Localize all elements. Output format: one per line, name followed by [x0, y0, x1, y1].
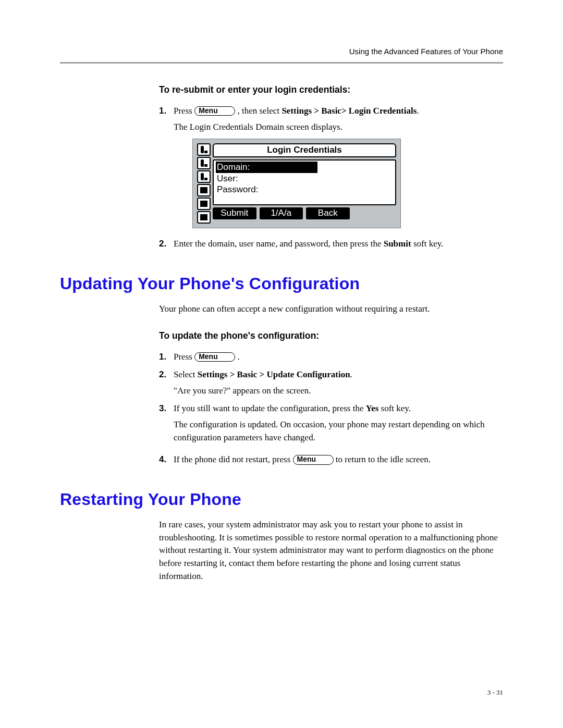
step-bold: Yes [366, 403, 379, 413]
page-number: 3 - 31 [487, 688, 503, 697]
menu-button-icon: Menu [194, 352, 235, 362]
lcd-screenshot: Login Credentials Domain: User: Password… [192, 139, 401, 228]
step-note: The configuration is updated. On occasio… [174, 419, 485, 442]
lcd-field-user: User: [217, 173, 392, 184]
lcd-softkey-blank [353, 207, 397, 219]
step-text: Press [174, 352, 194, 362]
login-subheading: To re-submit or enter your login credent… [159, 84, 503, 95]
step-text: Press [174, 106, 194, 116]
step-text: , then select [237, 106, 282, 116]
step-number: 2. [159, 368, 166, 381]
grid-icon [197, 198, 211, 210]
step-number: 1. [159, 351, 166, 364]
login-step-1: 1. Press Menu , then select Settings > B… [159, 105, 503, 133]
step-text: . [235, 352, 240, 362]
lcd-field-domain: Domain: [216, 162, 317, 172]
updating-intro: Your phone can often accept a new config… [159, 303, 503, 316]
menu-button-icon: Menu [194, 106, 235, 116]
step-number: 1. [159, 105, 166, 118]
step-note: "Are you sure?" appears on the screen. [174, 386, 311, 396]
update-step-4: 4. If the phone did not restart, press M… [159, 453, 503, 466]
step-number: 3. [159, 402, 166, 415]
step-text: Select [174, 369, 198, 379]
step-note: The Login Credentials Domain screen disp… [174, 122, 342, 132]
update-step-3: 3. If you still want to update the confi… [159, 402, 503, 444]
lcd-field-password: Password: [217, 184, 392, 195]
update-step-2: 2. Select Settings > Basic > Update Conf… [159, 368, 503, 397]
update-step-1: 1. Press Menu . [159, 351, 503, 364]
lcd-form: Domain: User: Password: [213, 159, 396, 205]
lcd-softkey-submit: Submit [213, 207, 256, 219]
lcd-softkey-mode: 1/A/a [260, 207, 303, 219]
step-bold: Settings > Basic > Update Configuration [198, 369, 350, 379]
grid-icon [197, 184, 211, 196]
step-number: 2. [159, 238, 166, 251]
header-rule [60, 62, 503, 64]
step-bold: Submit [384, 239, 411, 249]
step-text: to return to the idle screen. [334, 454, 431, 464]
heading-updating: Updating Your Phone's Configuration [60, 274, 503, 293]
lcd-sidebar-icons [197, 143, 211, 224]
restarting-intro: In rare cases, your system administrator… [159, 519, 503, 583]
step-bold: Settings > Basic> Login Credentials [282, 106, 417, 116]
step-text: . [350, 369, 352, 379]
lcd-title: Login Credentials [213, 143, 396, 157]
step-text: If the phone did not restart, press [174, 454, 293, 464]
step-text: If you still want to update the configur… [174, 403, 366, 413]
grid-icon [197, 211, 211, 224]
step-text: . [417, 106, 419, 116]
phone-icon [197, 170, 211, 183]
login-step-2: 2. Enter the domain, user name, and pass… [159, 238, 503, 251]
update-subheading: To update the phone's configuration: [159, 330, 503, 341]
step-text: Enter the domain, user name, and passwor… [174, 239, 384, 249]
step-text: soft key. [378, 403, 411, 413]
phone-icon [197, 143, 211, 156]
step-text: soft key. [411, 239, 444, 249]
step-number: 4. [159, 453, 166, 466]
phone-icon [197, 157, 211, 169]
heading-restarting: Restarting Your Phone [60, 490, 503, 509]
running-header: Using the Advanced Features of Your Phon… [60, 47, 503, 56]
lcd-softkey-back: Back [306, 207, 350, 219]
menu-button-icon: Menu [293, 455, 334, 464]
